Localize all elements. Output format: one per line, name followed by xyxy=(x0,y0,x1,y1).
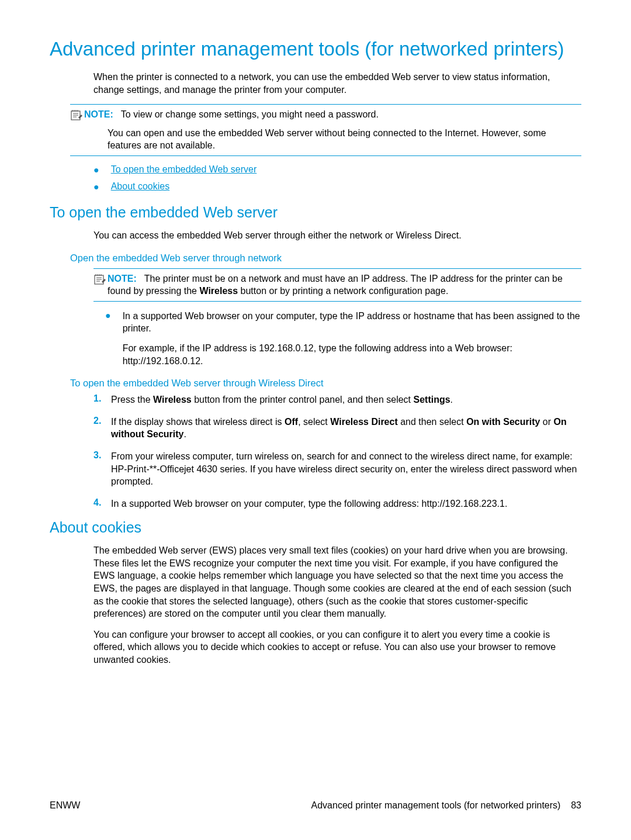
step-2-text: If the display shows that wireless direc… xyxy=(111,416,581,441)
step-number: 1. xyxy=(93,393,111,404)
intro-paragraph: When the printer is connected to a netwo… xyxy=(93,71,581,96)
note-text-bold: Wireless xyxy=(199,286,238,296)
note-label: NOTE: xyxy=(108,274,137,284)
note-label: NOTE: xyxy=(84,109,113,119)
bullet-icon: ● xyxy=(93,165,99,175)
section-heading-cookies: About cookies xyxy=(50,519,581,536)
step-1-text: Press the Wireless button from the print… xyxy=(111,393,453,406)
step-4-text: In a supported Web browser on your compu… xyxy=(111,497,507,510)
step-number: 2. xyxy=(93,416,111,426)
note-block-1: NOTE: To view or change some settings, y… xyxy=(70,104,581,156)
step-number: 4. xyxy=(93,497,111,508)
cookies-para-2: You can configure your browser to accept… xyxy=(93,628,581,666)
note-text: button or by printing a network configur… xyxy=(238,286,448,296)
toc-list: ● To open the embedded Web server ● Abou… xyxy=(93,164,581,192)
page-footer: ENWW Advanced printer management tools (… xyxy=(50,800,581,811)
bullet-list: ● In a supported Web browser on your com… xyxy=(105,310,581,367)
toc-link-ews[interactable]: To open the embedded Web server xyxy=(111,164,257,175)
note-icon xyxy=(93,274,108,288)
bullet-para-2: For example, if the IP address is 192.16… xyxy=(123,342,581,367)
bullet-para-1: In a supported Web browser on your compu… xyxy=(123,310,581,335)
numbered-list: 1. Press the Wireless button from the pr… xyxy=(93,393,581,510)
bullet-icon: ● xyxy=(93,182,99,192)
footer-right: Advanced printer management tools (for n… xyxy=(311,800,581,811)
sub-heading-network: Open the embedded Web server through net… xyxy=(70,253,581,264)
section-heading-ews: To open the embedded Web server xyxy=(50,204,581,221)
step-number: 3. xyxy=(93,450,111,461)
sub-heading-wireless-direct: To open the embedded Web server through … xyxy=(70,378,581,389)
note-block-2: NOTE: The printer must be on a network a… xyxy=(93,268,581,302)
page-title: Advanced printer management tools (for n… xyxy=(50,38,581,60)
note-icon xyxy=(70,109,84,123)
cookies-para-1: The embedded Web server (EWS) places ver… xyxy=(93,544,581,620)
section1-intro: You can access the embedded Web server t… xyxy=(93,229,581,242)
note-text-1: To view or change some settings, you mig… xyxy=(121,109,379,119)
footer-left: ENWW xyxy=(50,800,80,811)
toc-link-cookies[interactable]: About cookies xyxy=(111,181,170,192)
note-text-2: You can open and use the embedded Web se… xyxy=(108,127,581,152)
step-3-text: From your wireless computer, turn wirele… xyxy=(111,450,581,488)
bullet-icon: ● xyxy=(105,310,111,321)
